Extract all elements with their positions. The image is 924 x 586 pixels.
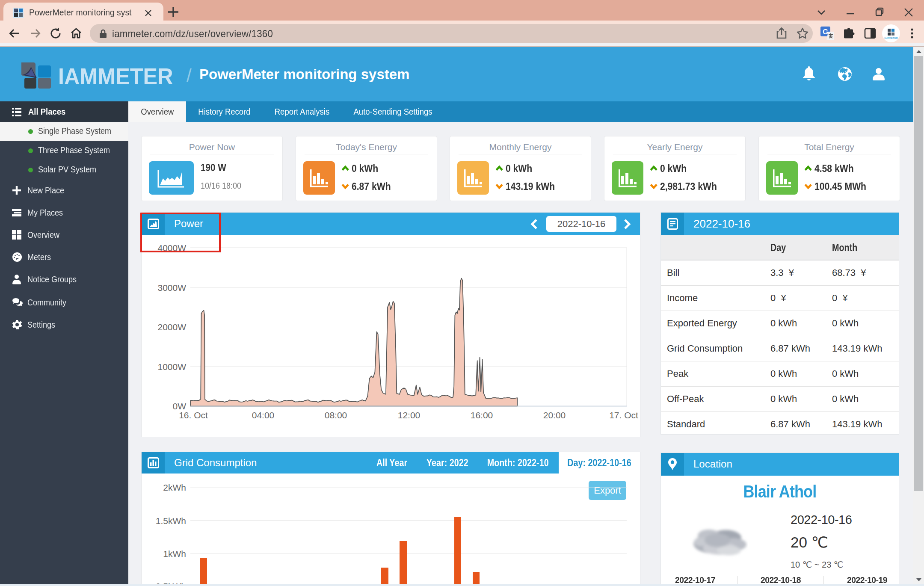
svg-text:2000W: 2000W xyxy=(157,322,186,332)
svg-text:G: G xyxy=(823,28,828,36)
svg-text:17. Oct: 17. Oct xyxy=(609,410,638,420)
svg-text:2kWh: 2kWh xyxy=(163,482,186,492)
svg-text:1.5kWh: 1.5kWh xyxy=(156,516,186,526)
svg-text:IAMMETER: IAMMETER xyxy=(884,37,898,39)
svg-text:1kWh: 1kWh xyxy=(163,549,186,559)
svg-text:16. Oct: 16. Oct xyxy=(179,410,208,420)
svg-text:04:00: 04:00 xyxy=(252,410,275,420)
svg-text:20:00: 20:00 xyxy=(543,410,566,420)
svg-text:3000W: 3000W xyxy=(157,283,186,293)
svg-text:0W: 0W xyxy=(173,401,187,411)
svg-text:12:00: 12:00 xyxy=(398,410,421,420)
svg-text:1000W: 1000W xyxy=(157,362,186,372)
svg-text:16:00: 16:00 xyxy=(471,410,493,420)
svg-text:08:00: 08:00 xyxy=(325,410,347,420)
